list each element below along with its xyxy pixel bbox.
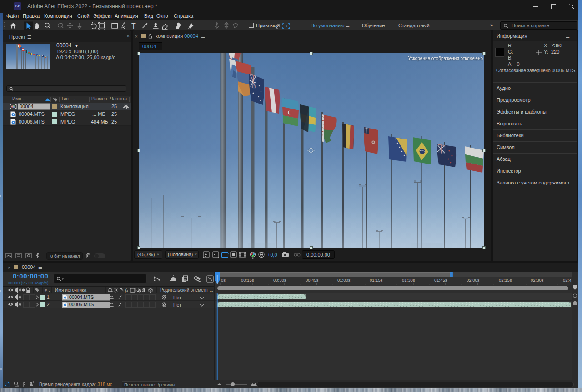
svg-text:Нет: Нет bbox=[173, 295, 181, 300]
svg-text:#: # bbox=[45, 288, 47, 293]
svg-text:00004.MTS: 00004.MTS bbox=[69, 294, 94, 300]
svg-text:00:15s: 00:15s bbox=[241, 278, 254, 283]
svg-text:fx: fx bbox=[125, 288, 129, 293]
svg-text:1: 1 bbox=[47, 295, 50, 300]
svg-text:.: . bbox=[49, 288, 50, 293]
svg-text:01:15s: 01:15s bbox=[370, 278, 383, 283]
svg-text:02:4: 02:4 bbox=[563, 278, 572, 283]
svg-text:T: T bbox=[131, 22, 136, 30]
svg-text:Имя источника: Имя источника bbox=[55, 288, 87, 293]
svg-text:01:00s: 01:00s bbox=[337, 278, 351, 283]
svg-text:01:30s: 01:30s bbox=[402, 278, 415, 283]
svg-text:00:30s: 00:30s bbox=[273, 278, 286, 283]
svg-text:00:45s: 00:45s bbox=[306, 278, 319, 283]
svg-text:Нет: Нет bbox=[173, 302, 181, 308]
svg-text:+0,0: +0,0 bbox=[267, 252, 277, 258]
svg-text:0s: 0s bbox=[221, 278, 226, 283]
svg-text:01:45s: 01:45s bbox=[434, 278, 447, 283]
svg-text:00006.MTS: 00006.MTS bbox=[69, 302, 94, 307]
svg-text:02:00s: 02:00s bbox=[467, 278, 480, 283]
svg-text:8 бит на канал: 8 бит на канал bbox=[50, 253, 80, 258]
svg-text:02:30s: 02:30s bbox=[531, 278, 544, 283]
svg-text:02:15s: 02:15s bbox=[499, 278, 512, 283]
svg-text:Родительский элемент ...: Родительский элемент ... bbox=[160, 288, 213, 293]
svg-text:2: 2 bbox=[47, 302, 50, 307]
